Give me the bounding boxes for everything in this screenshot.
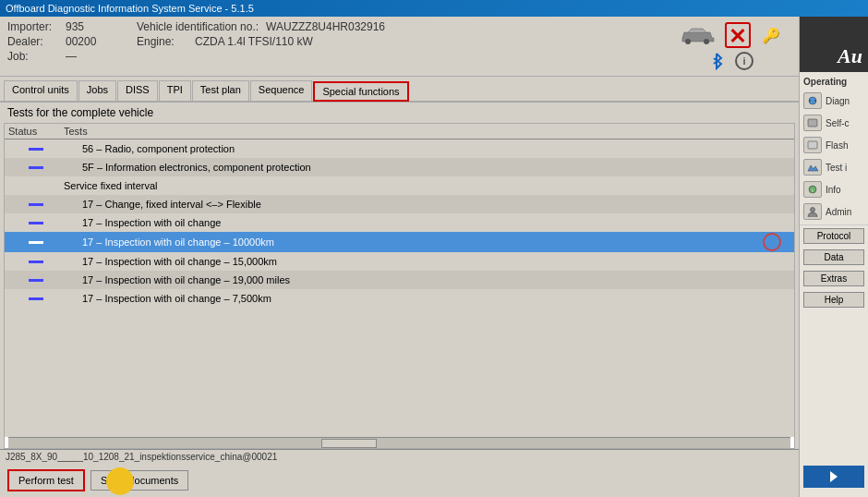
status-dash-icon [29,148,43,151]
status-cell [8,241,64,244]
content-area: Tests for the complete vehicle Status Te… [0,103,799,497]
sidebar-item-admin[interactable]: Admin [800,200,868,223]
diagn-icon [803,92,822,109]
sidebar-item-flash[interactable]: Flash [800,134,868,156]
info-sidebar-icon: i [803,181,822,198]
status-cell [8,279,64,282]
sidebar-info-label: Info [826,185,841,195]
data-button[interactable]: Data [803,249,864,265]
status-dash-icon [29,279,43,282]
title-text: Offboard Diagnostic Information System S… [6,3,254,14]
sidebar-diagn-label: Diagn [826,96,850,106]
admin-icon [803,203,822,220]
table-row-selected[interactable]: 17 – Inspection with oil change – 10000k… [5,232,794,252]
sidebar-flash-label: Flash [826,140,848,151]
info-block-left: Importer: 935 Dealer: 00200 Job: — [7,20,118,63]
red-x-icon [725,22,751,48]
svg-rect-3 [808,119,817,127]
header-status: Status [8,126,64,137]
table-header: Status Tests [5,124,794,139]
protocol-button[interactable]: Protocol [803,228,864,244]
forward-button[interactable] [803,466,864,488]
status-cell [8,166,64,169]
tab-jobs[interactable]: Jobs [78,80,116,101]
dealer-value: 00200 [66,35,96,48]
tab-diss[interactable]: DISS [117,80,158,101]
header-tests: Tests [64,126,790,137]
status-dash-icon [29,166,43,169]
engine-label: Engine: [137,35,187,48]
selfc-icon [803,115,822,131]
table-row[interactable]: 17 – Inspection with oil change – 15,000… [5,252,794,271]
status-cell [8,297,64,300]
tabs-bar: Control units Jobs DISS TPI Test plan Se… [0,77,799,103]
operating-section: Operating Diagn Self-c Flash [800,72,868,225]
status-cell [8,203,64,206]
info-circle-icon: i [735,52,753,70]
status-cell [8,261,64,263]
status-bar: J285_8X_90_____10_1208_21_inspektionsser… [0,449,799,464]
svg-rect-4 [808,141,817,149]
bottom-buttons: Perform test Show documents [0,464,799,497]
table-row[interactable]: 17 – Change, fixed interval <–> Flexible [5,195,794,213]
tests-cell: 17 – Inspection with oil change – 19,000… [64,274,790,285]
operating-label: Operating [800,74,868,90]
testi-icon [803,159,822,176]
sidebar-item-diagn[interactable]: Diagn [800,90,868,112]
status-cell [8,222,64,224]
table-row[interactable]: 17 – Inspection with oil change [5,213,794,232]
table-row-group: Service fixed interval [5,176,794,195]
tab-control-units[interactable]: Control units [4,80,78,101]
table-row[interactable]: 17 – Inspection with oil change – 19,000… [5,271,794,289]
vin-label: Vehicle identification no.: [137,20,259,33]
tests-cell: 56 – Radio, component protection [64,143,790,154]
table-body: 56 – Radio, component protection 5F – In… [5,139,794,437]
flash-icon [803,137,822,153]
status-cell [8,148,64,151]
svg-point-0 [685,39,691,44]
extras-button[interactable]: Extras [803,271,864,286]
svg-text:i: i [812,188,813,193]
status-dash-icon [29,241,43,244]
bluetooth-icon [707,52,726,70]
h-scroll-thumb[interactable] [321,439,377,448]
tab-special-functions[interactable]: Special functions [313,81,408,102]
tab-sequence[interactable]: Sequence [250,80,313,101]
tests-cell-group: Service fixed interval [64,180,790,191]
tests-cell: 17 – Inspection with oil change – 15,000… [64,256,790,267]
horizontal-scrollbar[interactable] [8,437,790,448]
importer-label: Importer: [7,20,58,33]
vehicle-icons: 🔑 i [669,20,791,72]
sidebar-admin-label: Admin [826,207,851,217]
right-sidebar: Au Operating Diagn Self-c Flash [799,17,868,497]
circle-indicator [763,233,781,251]
tests-cell-selected: 17 – Inspection with oil change – 10000k… [64,236,763,248]
importer-value: 935 [66,20,84,33]
tab-test-plan[interactable]: Test plan [192,80,249,101]
info-block-vehicle: Vehicle identification no.: WAUZZZ8U4HR0… [137,20,414,48]
status-dash-icon [29,222,43,224]
car-icon [679,25,716,45]
job-label: Job: [7,50,58,63]
yellow-circle-indicator [106,467,134,495]
table-row[interactable]: 5F – Information electronics, component … [5,158,794,176]
table-row[interactable]: 56 – Radio, component protection [5,139,794,158]
tests-cell: 5F – Information electronics, component … [64,162,790,173]
tests-cell: 17 – Change, fixed interval <–> Flexible [64,199,790,210]
test-table[interactable]: Status Tests 56 – Radio, component prote… [4,123,795,449]
status-dash-icon [29,261,43,263]
audi-logo-text: Au [838,44,862,68]
sidebar-item-testi[interactable]: Test i [800,156,868,178]
key-icon: 🔑 [760,24,782,46]
status-text: J285_8X_90_____10_1208_21_inspektionsser… [6,452,277,462]
sidebar-item-info[interactable]: i Info [800,178,868,200]
tests-cell: 17 – Inspection with oil change [64,217,790,228]
audi-logo: Au [800,17,868,72]
show-documents-button[interactable]: Show documents [90,470,188,491]
arrow-right-icon [826,469,841,484]
perform-test-button[interactable]: Perform test [7,469,85,491]
help-button[interactable]: Help [803,292,864,308]
table-row[interactable]: 17 – Inspection with oil change – 7,500k… [5,289,794,308]
tab-tpi[interactable]: TPI [159,80,191,101]
sidebar-item-selfc[interactable]: Self-c [800,112,868,134]
